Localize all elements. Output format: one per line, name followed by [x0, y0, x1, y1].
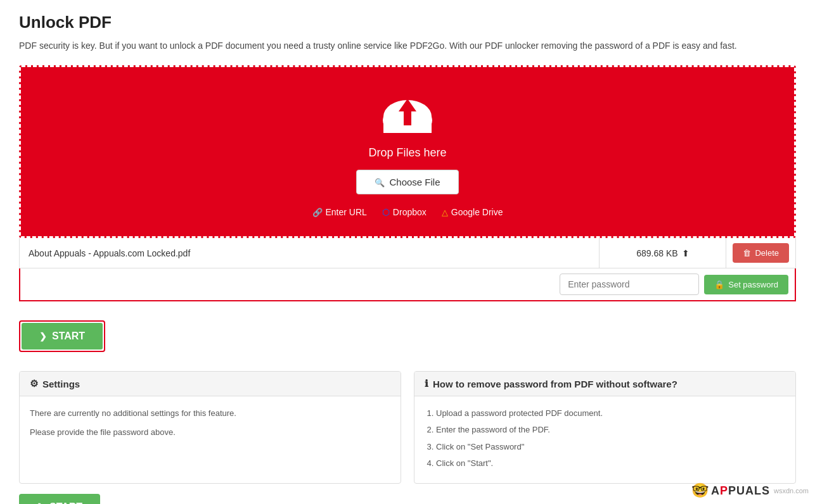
search-icon [375, 177, 385, 187]
start-button-wrapper: START [19, 320, 105, 352]
delete-cell: Delete [726, 238, 795, 268]
howto-body: Upload a password protected PDF document… [414, 396, 795, 482]
drop-files-text: Drop Files here [368, 146, 446, 160]
file-name: About Appuals - Appuals.com Locked.pdf [29, 248, 190, 258]
bottom-grid: Settings There are currently no addition… [19, 371, 796, 483]
settings-line2: Please provide the file password above. [30, 425, 390, 439]
file-size-cell: 689.68 KB ⬆ [600, 238, 726, 268]
enter-url-label: Enter URL [326, 207, 367, 217]
howto-step-2: Enter the password of the PDF. [436, 423, 785, 437]
bottom-start-button[interactable]: START [19, 494, 100, 504]
file-size: 689.68 KB [636, 248, 677, 258]
bottom-start-label: START [49, 501, 82, 504]
google-drive-icon [442, 207, 448, 217]
password-section: Set password [19, 268, 796, 301]
howto-step-4: Click on "Start". [436, 457, 785, 470]
set-password-label: Set password [728, 280, 778, 289]
password-input[interactable] [560, 274, 699, 295]
drop-zone[interactable]: Drop Files here Choose File Enter URL Dr… [27, 73, 788, 230]
upload-cloud-icon [379, 92, 436, 140]
dropbox-label: Dropbox [393, 207, 427, 217]
google-drive-link[interactable]: Google Drive [442, 207, 503, 217]
watermark: 🤓 APPUALS wsxdn.com [691, 482, 809, 499]
drop-links-row: Enter URL Dropbox Google Drive [312, 207, 503, 217]
bottom-start-section: START [19, 494, 796, 504]
chevron-icon [39, 331, 47, 342]
download-icon: ⬆ [682, 248, 690, 258]
link-icon [312, 207, 323, 217]
choose-file-button[interactable]: Choose File [356, 170, 458, 194]
howto-card: How to remove password from PDF without … [414, 371, 796, 483]
howto-title: How to remove password from PDF without … [433, 379, 677, 389]
file-info-row: About Appuals - Appuals.com Locked.pdf 6… [19, 238, 796, 268]
page-description: PDF security is key. But if you want to … [19, 39, 796, 53]
settings-title: Settings [42, 379, 80, 389]
howto-header: How to remove password from PDF without … [414, 372, 795, 396]
bottom-chevron-icon [37, 501, 44, 504]
drop-zone-outer: Drop Files here Choose File Enter URL Dr… [19, 65, 796, 238]
dropbox-link[interactable]: Dropbox [382, 207, 427, 217]
delete-label: Delete [755, 248, 779, 258]
page-title: Unlock PDF [19, 13, 796, 32]
gear-icon [30, 378, 38, 389]
howto-step-3: Click on "Set Password" [436, 440, 785, 454]
enter-url-link[interactable]: Enter URL [312, 207, 367, 217]
settings-body: There are currently no additional settin… [20, 396, 401, 455]
watermark-text: wsxdn.com [774, 487, 809, 495]
start-button[interactable]: START [22, 323, 103, 350]
settings-card: Settings There are currently no addition… [19, 371, 401, 483]
lock-icon [714, 280, 724, 289]
choose-file-label: Choose File [389, 177, 440, 187]
dropbox-icon [382, 207, 390, 217]
start-label: START [52, 331, 85, 342]
settings-line1: There are currently no additional settin… [30, 406, 390, 420]
set-password-button[interactable]: Set password [704, 275, 788, 294]
file-name-cell: About Appuals - Appuals.com Locked.pdf [20, 238, 600, 268]
howto-steps-list: Upload a password protected PDF document… [425, 406, 785, 470]
google-drive-label: Google Drive [451, 207, 503, 217]
watermark-logo: APPUALS [711, 484, 770, 498]
info-icon [425, 378, 428, 389]
settings-header: Settings [20, 372, 401, 396]
trash-icon [743, 248, 751, 258]
howto-step-1: Upload a password protected PDF document… [436, 406, 785, 420]
delete-button[interactable]: Delete [733, 243, 789, 263]
start-section: START [19, 312, 796, 361]
